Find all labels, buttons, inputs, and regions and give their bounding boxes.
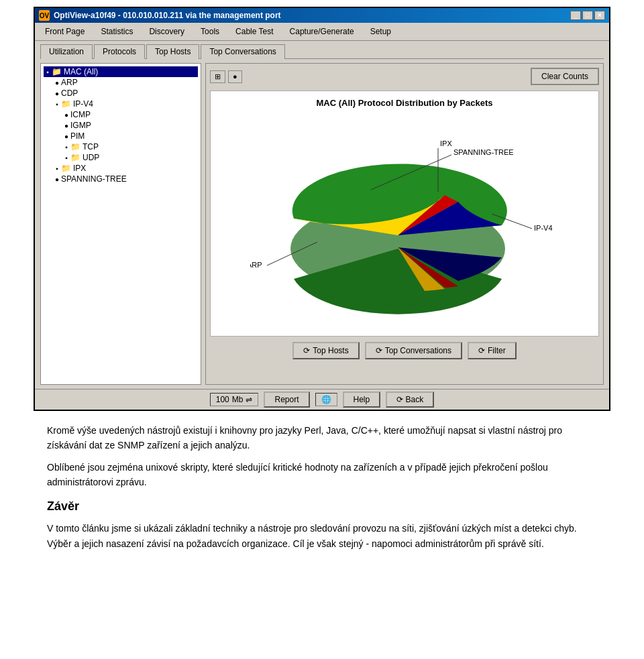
menu-setup[interactable]: Setup — [363, 24, 398, 39]
tree-label-ipx: IPX — [73, 164, 86, 173]
tree-item-udp[interactable]: ▪ 📁 UDP — [62, 152, 198, 163]
folder-icon-ipx: 📁 — [61, 164, 71, 173]
bullet-igmp: ● — [62, 122, 70, 129]
tree-label-ipv4: IP-V4 — [73, 99, 93, 109]
menu-statistics[interactable]: Statistics — [93, 24, 140, 39]
speed-value: 100 — [216, 395, 229, 404]
bullet-cdp: ● — [53, 90, 61, 97]
speed-icon: ⇌ — [246, 395, 252, 404]
pie-view-button[interactable]: ● — [228, 70, 242, 83]
bullet-spanning-tree: ● — [53, 176, 61, 183]
folder-icon-tcp: 📁 — [70, 142, 80, 152]
paragraph2: Oblíbené jsou zejména unixové skripty, k… — [47, 460, 597, 490]
top-hosts-icon: ⟳ — [303, 346, 310, 355]
tree-label-icmp: ICMP — [70, 110, 91, 119]
tree-item-spanning-tree[interactable]: ● SPANNING-TREE — [53, 174, 198, 184]
pie-icon: ● — [233, 72, 237, 80]
back-button[interactable]: ⟳ Back — [386, 392, 434, 408]
tree-item-ipx[interactable]: ▪ 📁 IPX — [53, 163, 198, 174]
expand-ipv4: ▪ — [53, 101, 61, 108]
main-content: ▪ 📁 MAC (All) ● ARP ● CDP ▪ 📁 IP-V4 ● IC… — [35, 59, 609, 389]
bullet-arp: ● — [53, 79, 61, 86]
tree-item-mac-all[interactable]: ▪ 📁 MAC (All) — [44, 66, 198, 77]
window-title: OptiView-a10f49 - 010.010.010.211 via th… — [54, 11, 281, 20]
tree-label-pim: PIM — [70, 131, 85, 141]
tree-label-spanning-tree: SPANNING-TREE — [61, 174, 127, 184]
tree-label-udp: UDP — [83, 153, 99, 162]
tree-label-arp: ARP — [61, 78, 78, 87]
bullet-pim: ● — [62, 133, 70, 140]
app-icon: OV — [39, 10, 50, 21]
grid-icon: ⊞ — [215, 72, 221, 81]
chart-title: MAC (All) Protocol Distribution by Packe… — [217, 98, 592, 108]
maximize-button[interactable]: □ — [582, 11, 593, 20]
label-arp-chart: ARP — [250, 261, 262, 269]
expand-icon: ▪ — [44, 68, 52, 76]
pie-chart-svg: IPX SPANNING-TREE IP-V4 ARP — [250, 115, 559, 329]
close-button[interactable]: × — [594, 11, 605, 20]
action-buttons: ⟳ Top Hosts ⟳ Top Conversations ⟳ Filter — [210, 342, 599, 359]
tab-protocols[interactable]: Protocols — [94, 44, 145, 59]
speed-unit: Mb — [232, 395, 244, 404]
window-controls: _ □ × — [570, 11, 605, 20]
tab-top-conversations[interactable]: Top Conversations — [201, 44, 284, 59]
back-icon: ⟳ — [396, 395, 403, 404]
menu-tools[interactable]: Tools — [193, 24, 227, 39]
chart-container: MAC (All) Protocol Distribution by Packe… — [210, 91, 599, 337]
tree-item-icmp[interactable]: ● ICMP — [62, 109, 198, 120]
help-button[interactable]: Help — [343, 392, 381, 408]
label-ipv4-chart: IP-V4 — [534, 224, 553, 232]
chart-panel: ⊞ ● Clear Counts MAC (All) Protocol Dist… — [205, 63, 604, 385]
tree-label-igmp: IGMP — [70, 121, 91, 130]
report-button[interactable]: Report — [264, 392, 309, 408]
tree-item-pim[interactable]: ● PIM — [62, 131, 198, 141]
paragraph3: V tomto článku jsme si ukázali základní … — [47, 521, 597, 551]
status-bar: 100 Mb ⇌ Report 🌐 Help ⟳ Back — [35, 389, 609, 410]
tab-bar: Utilization Protocols Top Hosts Top Conv… — [35, 41, 609, 58]
text-body: Kromě výše uvedených nástrojů existují i… — [34, 423, 610, 551]
expand-tcp: ▪ — [62, 143, 70, 151]
expand-ipx: ▪ — [53, 165, 61, 172]
folder-icon-ipv4: 📁 — [61, 99, 71, 109]
title-bar: OV OptiView-a10f49 - 010.010.010.211 via… — [35, 8, 609, 23]
menu-cable-test[interactable]: Cable Test — [228, 24, 280, 39]
chart-toolbar: ⊞ ● Clear Counts — [210, 68, 599, 85]
app-window: OV OptiView-a10f49 - 010.010.010.211 via… — [34, 7, 610, 411]
folder-icon-mac: 📁 — [52, 67, 62, 76]
tree-item-igmp[interactable]: ● IGMP — [62, 120, 198, 131]
top-conversations-icon: ⟳ — [376, 346, 382, 355]
globe-icon: 🌐 — [321, 395, 331, 404]
clear-counts-button[interactable]: Clear Counts — [531, 68, 599, 85]
tree-panel: ▪ 📁 MAC (All) ● ARP ● CDP ▪ 📁 IP-V4 ● IC… — [40, 63, 201, 385]
top-hosts-button[interactable]: ⟳ Top Hosts — [292, 342, 359, 359]
menu-frontpage[interactable]: Front Page — [38, 24, 92, 39]
globe-indicator: 🌐 — [315, 393, 337, 406]
tree-item-ipv4[interactable]: ▪ 📁 IP-V4 — [53, 99, 198, 109]
paragraph1: Kromě výše uvedených nástrojů existují i… — [47, 423, 597, 453]
filter-icon: ⟳ — [478, 346, 485, 355]
bullet-icmp: ● — [62, 111, 70, 119]
label-spanning-tree-chart: SPANNING-TREE — [453, 148, 514, 156]
tab-utilization[interactable]: Utilization — [40, 44, 93, 59]
grid-view-button[interactable]: ⊞ — [210, 70, 225, 83]
speed-indicator: 100 Mb ⇌ — [210, 393, 259, 406]
minimize-button[interactable]: _ — [570, 11, 581, 20]
menu-discovery[interactable]: Discovery — [142, 24, 192, 39]
tree-item-cdp[interactable]: ● CDP — [53, 88, 198, 99]
tree-item-arp[interactable]: ● ARP — [53, 77, 198, 88]
menu-bar: Front Page Statistics Discovery Tools Ca… — [35, 23, 609, 41]
menu-capture-generate[interactable]: Capture/Generate — [282, 24, 362, 39]
tree-label-tcp: TCP — [83, 142, 99, 152]
folder-icon-udp: 📁 — [70, 153, 80, 162]
top-conversations-button[interactable]: ⟳ Top Conversations — [365, 342, 462, 359]
tree-label-cdp: CDP — [61, 88, 78, 98]
filter-button[interactable]: ⟳ Filter — [468, 342, 517, 359]
tab-top-hosts[interactable]: Top Hosts — [146, 44, 199, 59]
tree-item-tcp[interactable]: ▪ 📁 TCP — [62, 141, 198, 152]
expand-udp: ▪ — [62, 154, 70, 162]
conclusion-heading: Závěr — [47, 497, 597, 516]
tree-label-mac-all: MAC (All) — [64, 67, 98, 76]
label-ipx: IPX — [440, 139, 452, 147]
